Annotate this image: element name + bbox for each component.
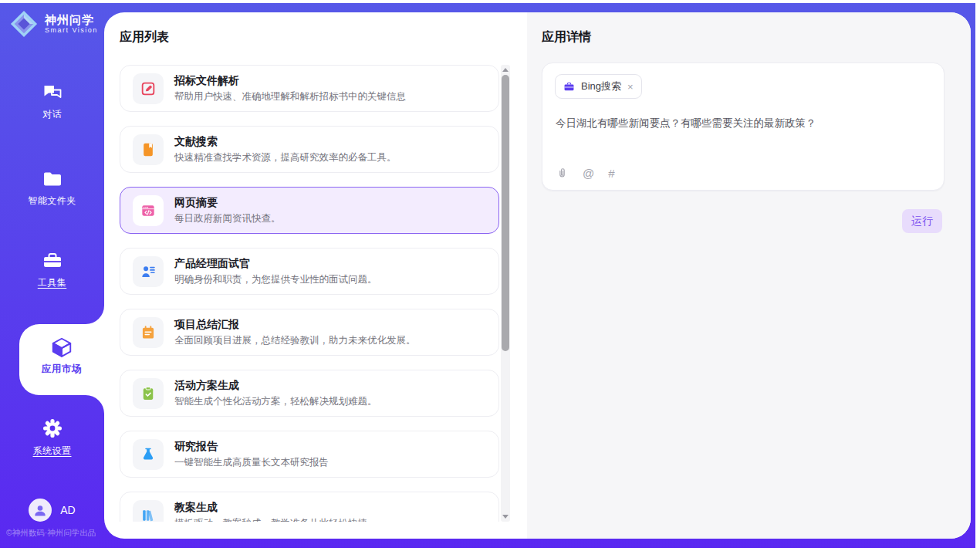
scroll-down-icon[interactable] xyxy=(502,515,509,519)
app-card-desc: 每日政府新闻资讯快查。 xyxy=(174,213,281,225)
app-card-desc: 一键智能生成高质量长文本研究报告 xyxy=(174,457,329,468)
interviewer-icon xyxy=(133,256,164,287)
chat-bubble-icon xyxy=(42,82,63,103)
app-list-title: 应用列表 xyxy=(120,29,169,46)
attachment-toolbar: @ # xyxy=(556,167,615,180)
app-card-event-plan[interactable]: 活动方案生成 智能生成个性化活动方案，轻松解决规划难题。 xyxy=(120,370,499,417)
app-card-title: 文献搜索 xyxy=(174,135,397,148)
app-card-literature-search[interactable]: 文献搜索 快速精准查找学术资源，提高研究效率的必备工具。 xyxy=(120,126,499,173)
app-card-title: 活动方案生成 xyxy=(174,379,377,392)
copyright-text: ©神州数码·神州问学出品 xyxy=(6,528,96,539)
app-card-desc: 全面回顾项目进展，总结经验教训，助力未来优化发展。 xyxy=(174,335,416,346)
app-card-title: 产品经理面试官 xyxy=(174,257,377,270)
run-button[interactable]: 运行 xyxy=(902,209,942,233)
brand-logo: 神州问学 Smart Vision xyxy=(9,9,98,39)
app-card-desc: 明确身份和职责，为您提供专业性的面试问题。 xyxy=(174,274,377,286)
app-card-desc: 智能生成个性化活动方案，轻松解决规划难题。 xyxy=(174,396,377,407)
app-card-desc: 帮助用户快速、准确地理解和解析招标书中的关键信息 xyxy=(174,91,406,103)
folder-icon xyxy=(42,168,63,190)
briefcase-icon xyxy=(563,81,575,93)
user-account[interactable]: AD xyxy=(0,499,104,522)
cube-icon xyxy=(50,336,73,359)
app-card-lesson-plan[interactable]: 教案生成 模板驱动，教案秒成，教学准备从此轻松快捷 xyxy=(120,492,499,522)
books-icon xyxy=(133,500,164,522)
sidebar-item-toolset[interactable]: 工具集 xyxy=(0,250,104,289)
brand-name: 神州问学 xyxy=(45,14,98,27)
close-icon[interactable]: × xyxy=(627,82,634,92)
research-flask-icon xyxy=(133,439,164,470)
paperclip-icon[interactable] xyxy=(556,167,569,180)
person-icon xyxy=(32,502,48,518)
sidebar-item-smart-folder[interactable]: 智能文件夹 xyxy=(0,168,104,208)
brand-tagline: Smart Vision xyxy=(45,26,98,34)
app-window: 神州问学 Smart Vision 对话 智能文件夹 工具集 xyxy=(0,0,980,551)
pen-square-icon xyxy=(133,73,164,104)
prompt-input[interactable]: 今日湖北有哪些新闻要点？有哪些需要关注的最新政策？ xyxy=(556,116,931,131)
gem-logo-icon xyxy=(9,9,39,39)
app-card-web-summary[interactable]: 网页摘要 每日政府新闻资讯快查。 xyxy=(120,187,499,234)
user-name: AD xyxy=(60,504,75,516)
scrollbar-thumb[interactable] xyxy=(502,75,509,351)
app-card-title: 网页摘要 xyxy=(174,196,281,209)
hash-icon[interactable]: # xyxy=(608,167,614,180)
gear-icon xyxy=(41,417,64,440)
sidebar-item-app-market[interactable]: 应用市场 xyxy=(19,324,104,395)
active-item-top-fillet xyxy=(86,306,104,324)
app-card-title: 项目总结汇报 xyxy=(174,318,416,331)
app-card-research-report[interactable]: 研究报告 一键智能生成高质量长文本研究报告 xyxy=(120,431,499,478)
tool-tag-bing-search: Bing搜索 × xyxy=(555,74,642,99)
tool-tag-label: Bing搜索 xyxy=(581,79,621,93)
calendar-note-icon xyxy=(133,317,164,348)
sidebar-item-chat[interactable]: 对话 xyxy=(0,82,104,121)
scroll-up-icon[interactable] xyxy=(502,68,509,72)
app-card-desc: 模板驱动，教案秒成，教学准备从此轻松快捷 xyxy=(174,518,367,522)
app-detail-title: 应用详情 xyxy=(542,29,591,46)
book-icon xyxy=(133,134,164,165)
active-item-bottom-fillet xyxy=(86,395,104,414)
prompt-card: Bing搜索 × 今日湖北有哪些新闻要点？有哪些需要关注的最新政策？ @ # xyxy=(542,63,945,191)
app-card-title: 教案生成 xyxy=(174,501,367,514)
app-list-scrollbar[interactable] xyxy=(501,65,510,522)
app-card-pm-interviewer[interactable]: 产品经理面试官 明确身份和职责，为您提供专业性的面试问题。 xyxy=(120,248,499,295)
app-card-title: 招标文件解析 xyxy=(174,74,406,87)
app-list: 招标文件解析 帮助用户快速、准确地理解和解析招标书中的关键信息 文献搜索 快速精… xyxy=(120,65,499,522)
browser-code-icon xyxy=(133,195,164,226)
toolbox-icon xyxy=(42,250,63,272)
app-card-title: 研究报告 xyxy=(174,440,329,453)
app-card-project-summary[interactable]: 项目总结汇报 全面回顾项目进展，总结经验教训，助力未来优化发展。 xyxy=(120,309,499,356)
avatar xyxy=(29,499,52,522)
app-card-desc: 快速精准查找学术资源，提高研究效率的必备工具。 xyxy=(174,152,397,164)
at-sign-icon[interactable]: @ xyxy=(583,167,594,180)
sidebar-item-settings[interactable]: 系统设置 xyxy=(0,417,104,458)
app-card-bid-parse[interactable]: 招标文件解析 帮助用户快速、准确地理解和解析招标书中的关键信息 xyxy=(120,65,499,112)
clipboard-check-icon xyxy=(133,378,164,409)
